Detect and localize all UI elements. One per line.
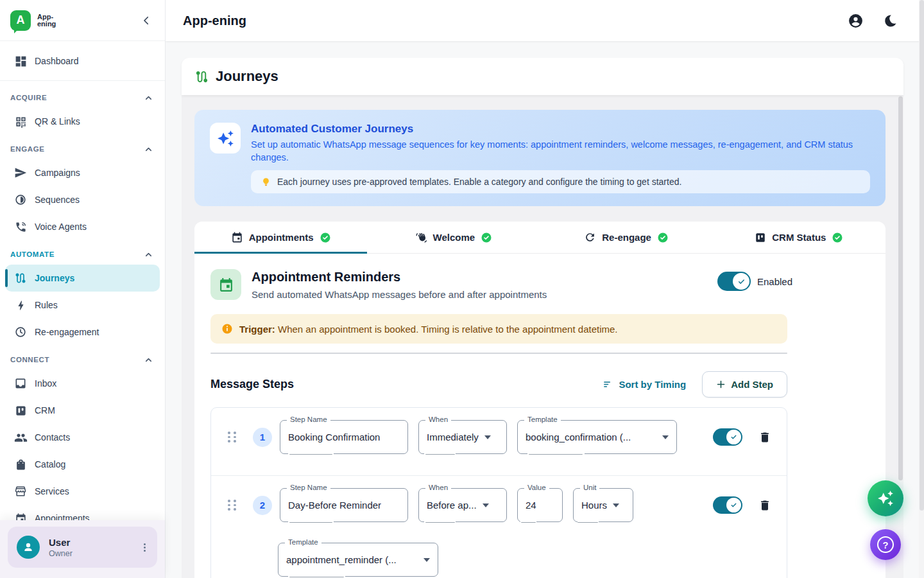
sidebar-item-re-engagement[interactable]: Re-engagement xyxy=(5,319,160,346)
enabled-toggle[interactable] xyxy=(717,272,751,291)
person-icon xyxy=(21,539,36,555)
tab-welcome[interactable]: Welcome xyxy=(367,222,540,253)
template-select[interactable]: Template appointment_reminder (... xyxy=(278,543,438,577)
sidebar-item-campaigns[interactable]: Campaigns xyxy=(5,159,160,186)
sidebar-collapse-button[interactable] xyxy=(138,12,155,29)
drag-handle-icon[interactable] xyxy=(227,430,237,444)
dropdown-caret-icon xyxy=(613,504,619,507)
dropdown-caret-icon xyxy=(424,558,430,562)
trigger-info-box: Trigger: When an appointment is booked. … xyxy=(210,314,787,344)
category-tabs: Appointments Welcome Re-engage xyxy=(194,222,886,254)
route-icon xyxy=(13,271,28,285)
category-title: Appointment Reminders xyxy=(252,270,547,285)
refresh-icon xyxy=(584,231,596,243)
check-icon xyxy=(730,433,738,441)
info-icon xyxy=(221,323,233,335)
help-fab[interactable]: ? xyxy=(870,529,901,560)
add-step-button[interactable]: Add Step xyxy=(702,371,787,398)
enabled-label: Enabled xyxy=(757,276,792,287)
sparkles-icon xyxy=(877,490,894,507)
people-icon xyxy=(13,430,28,444)
sidebar-section-acquire[interactable]: ACQUIRE xyxy=(0,87,165,108)
sidebar-item-journeys[interactable]: Journeys xyxy=(5,265,160,292)
window-scrollbar[interactable] xyxy=(919,0,924,578)
sidebar-section-automate[interactable]: AUTOMATE xyxy=(0,244,165,265)
message-steps-list: 1 Step Name Booking Confirmation When Im… xyxy=(210,407,787,578)
template-select[interactable]: Template booking_confirmation (... xyxy=(517,420,677,454)
sidebar: A App- ening Dashboard ACQUIRE QR & Link… xyxy=(0,0,166,578)
sidebar-divider xyxy=(0,80,165,81)
sidebar-section-engage[interactable]: ENGAGE xyxy=(0,139,165,159)
sidebar-item-crm[interactable]: CRM xyxy=(5,397,160,424)
sidebar-item-catalog[interactable]: Catalog xyxy=(5,451,160,478)
sidebar-item-services[interactable]: Services xyxy=(5,478,160,505)
journey-categories-card: Appointments Welcome Re-engage xyxy=(194,222,886,578)
sidebar-item-contacts[interactable]: Contacts xyxy=(5,424,160,451)
kanban-icon xyxy=(755,232,766,243)
user-card[interactable]: User Owner xyxy=(8,527,157,568)
user-menu-button[interactable] xyxy=(141,541,148,554)
sidebar-section-connect[interactable]: CONNECT xyxy=(0,349,165,370)
step-toggle[interactable] xyxy=(713,496,742,514)
value-field[interactable]: Value 24 xyxy=(517,488,563,522)
delete-step-button[interactable] xyxy=(758,499,771,512)
question-mark-icon: ? xyxy=(877,536,894,553)
journeys-banner: Automated Customer Journeys Set up autom… xyxy=(194,110,886,206)
dark-mode-button[interactable] xyxy=(883,13,898,28)
step-name-field[interactable]: Step Name Booking Confirmation xyxy=(280,420,408,454)
dropdown-caret-icon xyxy=(483,504,489,507)
sidebar-item-qr-links[interactable]: QR & Links xyxy=(5,108,160,135)
category-titles: Appointment Reminders Send automated Wha… xyxy=(252,269,547,300)
app-root: A App- ening Dashboard ACQUIRE QR & Link… xyxy=(0,0,924,578)
check-circle-icon xyxy=(832,232,843,243)
when-select[interactable]: When Immediately xyxy=(418,420,507,454)
chevron-up-icon xyxy=(144,250,153,259)
drag-handle-icon[interactable] xyxy=(227,498,237,512)
account-icon xyxy=(848,13,864,29)
route-icon xyxy=(194,69,209,84)
page-body: Automated Customer Journeys Set up autom… xyxy=(182,95,903,578)
user-role: Owner xyxy=(49,549,73,558)
sidebar-nav: Dashboard ACQUIRE QR & Links ENGAGE Camp… xyxy=(0,41,165,532)
trash-icon xyxy=(758,431,771,444)
unit-select[interactable]: Unit Hours xyxy=(573,488,633,522)
message-steps-header: Message Steps Sort by Timing Add Step xyxy=(210,371,787,398)
step-name-field[interactable]: Step Name Day-Before Reminder xyxy=(280,488,408,522)
sidebar-item-rules[interactable]: Rules xyxy=(5,292,160,319)
dashboard-icon xyxy=(13,54,28,68)
check-circle-icon xyxy=(320,232,331,243)
topbar-actions xyxy=(848,13,898,29)
tab-crm-status[interactable]: CRM Status xyxy=(713,222,886,253)
check-icon xyxy=(730,501,738,509)
message-steps-title: Message Steps xyxy=(210,378,294,391)
sidebar-user-area: User Owner xyxy=(0,520,165,578)
user-name: User xyxy=(49,537,73,548)
page-header: Journeys xyxy=(182,58,903,95)
when-select[interactable]: When Before ap... xyxy=(418,488,507,522)
ai-assistant-fab[interactable] xyxy=(868,480,903,516)
calendar-icon xyxy=(218,277,234,293)
lightbulb-icon xyxy=(261,177,271,187)
enable-toggle-group: Enabled xyxy=(717,272,792,291)
step-toggle[interactable] xyxy=(713,428,742,446)
profile-button[interactable] xyxy=(848,13,864,29)
delete-step-button[interactable] xyxy=(758,431,771,444)
tab-appointments[interactable]: Appointments xyxy=(194,222,367,253)
sidebar-item-voice-agents[interactable]: Voice Agents xyxy=(5,213,160,240)
trigger-text: Trigger: When an appointment is booked. … xyxy=(239,324,617,335)
phone-icon xyxy=(13,220,28,234)
step-row-1: 1 Step Name Booking Confirmation When Im… xyxy=(211,408,787,475)
brand-name: App- ening xyxy=(37,13,56,28)
sort-icon xyxy=(603,379,613,390)
tab-re-engage[interactable]: Re-engage xyxy=(540,222,713,253)
sidebar-item-dashboard[interactable]: Dashboard xyxy=(5,46,160,76)
step-row-2: 2 Step Name Day-Before Reminder When Bef… xyxy=(211,475,787,578)
dropdown-caret-icon xyxy=(484,435,491,439)
trash-icon xyxy=(758,499,771,512)
sidebar-item-inbox[interactable]: Inbox xyxy=(5,370,160,397)
sidebar-item-sequences[interactable]: Sequences xyxy=(5,186,160,213)
journeys-page-card: Journeys Automated Customer Journeys Set… xyxy=(182,58,903,578)
banner-tip: Each journey uses pre-approved templates… xyxy=(251,170,870,193)
sort-by-timing-button[interactable]: Sort by Timing xyxy=(603,379,686,390)
tip-text: Each journey uses pre-approved templates… xyxy=(277,177,681,187)
